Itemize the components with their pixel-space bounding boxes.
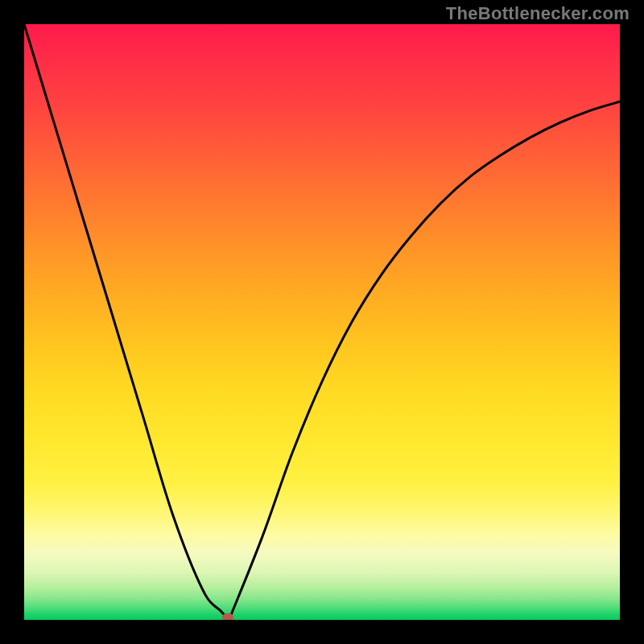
chart-frame: TheBottlenecker.com: [0, 0, 644, 644]
attribution-text: TheBottlenecker.com: [446, 3, 630, 24]
bottleneck-curve: [24, 24, 620, 619]
curve-svg: [24, 24, 620, 620]
optimal-marker: [222, 613, 233, 620]
plot-area: [24, 24, 620, 620]
